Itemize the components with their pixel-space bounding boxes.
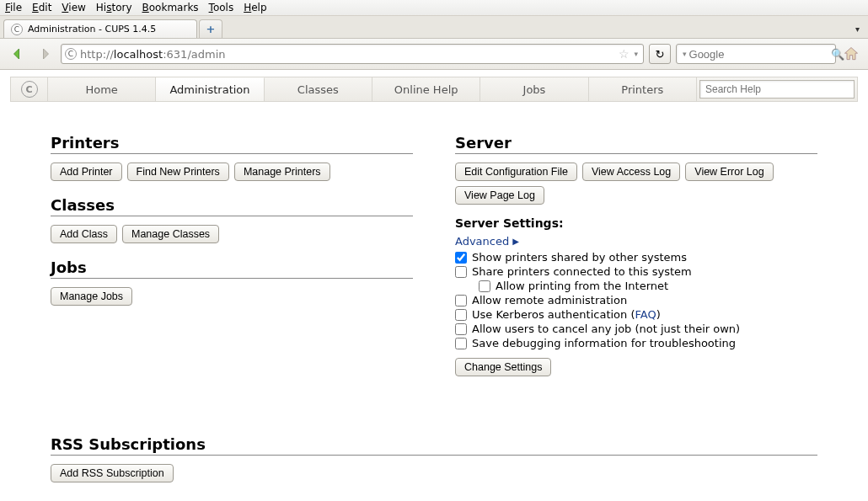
setting-checkbox-0[interactable] [455, 252, 467, 264]
url-bar[interactable]: C http://localhost:631/admin ☆ ▾ [61, 44, 644, 64]
advanced-arrow-icon: ▶ [512, 237, 519, 246]
menu-tools[interactable]: Tools [209, 2, 234, 13]
setting-row-0: Show printers shared by other systems [455, 251, 817, 264]
browser-search-box[interactable]: ▾ 🔍 [676, 44, 836, 64]
browser-tab-active[interactable]: C Administration - CUPS 1.4.5 [3, 19, 197, 38]
manage-printers-button[interactable]: Manage Printers [234, 163, 330, 181]
rss-section: RSS Subscriptions Add RSS Subscription [51, 435, 817, 482]
view-page-log-button[interactable]: View Page Log [455, 186, 544, 205]
setting-checkbox-4[interactable] [455, 309, 467, 321]
printers-heading: Printers [51, 134, 413, 154]
nav-home[interactable]: Home [48, 77, 156, 101]
server-settings-checklist: Show printers shared by other systemsSha… [455, 251, 817, 349]
jobs-heading: Jobs [51, 258, 413, 279]
view-error-log-button[interactable]: View Error Log [685, 163, 773, 181]
bookmark-star-icon[interactable]: ☆ [615, 47, 633, 61]
cups-logo[interactable]: C [11, 77, 48, 101]
setting-row-2: Allow printing from the Internet [479, 280, 817, 292]
menu-help[interactable]: Help [244, 2, 266, 13]
setting-checkbox-5[interactable] [455, 323, 467, 335]
setting-row-5: Allow users to cancel any job (not just … [455, 322, 817, 335]
add-printer-button[interactable]: Add Printer [51, 163, 122, 181]
nav-classes[interactable]: Classes [265, 77, 372, 101]
menu-edit[interactable]: Edit [32, 2, 51, 13]
menu-file[interactable]: File [5, 2, 22, 13]
advanced-link[interactable]: Advanced [455, 235, 509, 248]
urlbar-favicon: C [65, 48, 77, 60]
faq-link[interactable]: FAQ [635, 308, 656, 321]
setting-label-0: Show printers shared by other systems [472, 251, 687, 264]
url-text: http://localhost:631/admin [80, 48, 615, 61]
home-button[interactable] [841, 44, 861, 64]
setting-row-6: Save debugging information for troublesh… [455, 337, 817, 349]
back-button[interactable] [7, 45, 29, 63]
add-class-button[interactable]: Add Class [51, 225, 117, 243]
setting-label-2: Allow printing from the Internet [496, 280, 668, 292]
view-access-log-button[interactable]: View Access Log [582, 163, 680, 181]
cups-navbar: C Home Administration Classes Online Hel… [10, 77, 858, 102]
setting-label-3: Allow remote administration [472, 294, 627, 306]
right-column: Server Edit Configuration File View Acce… [455, 119, 817, 385]
manage-classes-button[interactable]: Manage Classes [122, 225, 219, 243]
menu-history[interactable]: History [96, 2, 132, 13]
cups-favicon: C [11, 24, 23, 35]
cups-search-wrapper [697, 77, 857, 101]
tabs-dropdown[interactable]: ▾ [850, 24, 865, 34]
browser-toolbar: C http://localhost:631/admin ☆ ▾ ↻ ▾ 🔍 [0, 39, 868, 70]
browser-search-input[interactable] [689, 48, 831, 61]
manage-jobs-button[interactable]: Manage Jobs [51, 287, 132, 306]
setting-row-1: Share printers connected to this system [455, 265, 817, 278]
browser-menubar: File Edit View History Bookmarks Tools H… [0, 0, 868, 16]
setting-checkbox-6[interactable] [455, 338, 467, 349]
setting-row-4: Use Kerberos authentication (FAQ) [455, 308, 817, 321]
nav-jobs[interactable]: Jobs [480, 77, 588, 101]
classes-heading: Classes [51, 196, 413, 216]
page-content: Printers Add Printer Find New Printers M… [0, 102, 868, 501]
add-rss-subscription-button[interactable]: Add RSS Subscription [51, 464, 174, 482]
rss-heading: RSS Subscriptions [51, 435, 817, 456]
setting-checkbox-2[interactable] [479, 280, 490, 292]
forward-button[interactable] [34, 45, 56, 63]
reload-button[interactable]: ↻ [649, 44, 671, 64]
setting-label-4: Use Kerberos authentication (FAQ) [472, 308, 661, 321]
nav-printers[interactable]: Printers [589, 77, 697, 101]
find-new-printers-button[interactable]: Find New Printers [127, 163, 229, 181]
setting-row-3: Allow remote administration [455, 294, 817, 306]
search-engine-dropdown-icon[interactable]: ▾ [680, 50, 689, 58]
nav-online-help[interactable]: Online Help [372, 77, 480, 101]
new-tab-button[interactable]: + [199, 19, 222, 38]
menu-view[interactable]: View [62, 2, 85, 13]
tab-title: Administration - CUPS 1.4.5 [28, 24, 156, 35]
edit-config-file-button[interactable]: Edit Configuration File [455, 163, 577, 181]
nav-administration[interactable]: Administration [156, 77, 264, 101]
setting-label-5: Allow users to cancel any job (not just … [472, 322, 740, 335]
left-column: Printers Add Printer Find New Printers M… [51, 119, 413, 385]
menu-bookmarks[interactable]: Bookmarks [142, 2, 199, 13]
setting-checkbox-1[interactable] [455, 266, 467, 278]
setting-label-1: Share printers connected to this system [472, 265, 692, 278]
server-heading: Server [455, 134, 817, 154]
server-settings-heading: Server Settings: [455, 216, 817, 230]
change-settings-button[interactable]: Change Settings [455, 358, 551, 376]
browser-tabbar: C Administration - CUPS 1.4.5 + ▾ [0, 16, 868, 39]
setting-label-6: Save debugging information for troublesh… [472, 337, 736, 349]
search-help-input[interactable] [699, 80, 855, 99]
urlbar-dropdown-icon[interactable]: ▾ [632, 50, 640, 58]
setting-checkbox-3[interactable] [455, 295, 467, 306]
